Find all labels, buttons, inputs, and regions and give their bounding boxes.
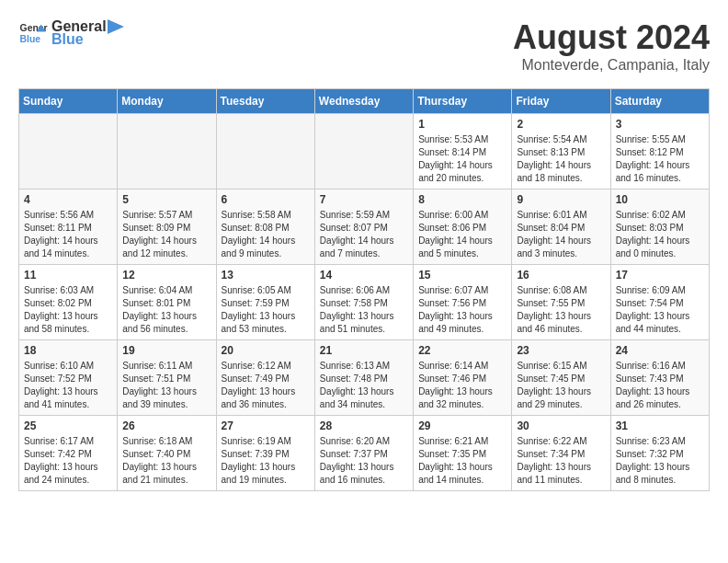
calendar-cell: 10Sunrise: 6:02 AM Sunset: 8:03 PM Dayli… xyxy=(610,190,709,265)
calendar-cell: 26Sunrise: 6:18 AM Sunset: 7:40 PM Dayli… xyxy=(118,416,216,491)
calendar-cell: 13Sunrise: 6:05 AM Sunset: 7:59 PM Dayli… xyxy=(216,265,314,340)
day-number: 21 xyxy=(320,344,408,357)
day-info: Sunrise: 6:22 AM Sunset: 7:34 PM Dayligh… xyxy=(517,435,605,487)
svg-text:Blue: Blue xyxy=(20,34,41,44)
column-header-saturday: Saturday xyxy=(610,89,709,114)
day-number: 17 xyxy=(616,269,704,282)
day-number: 24 xyxy=(616,344,704,357)
calendar-cell: 14Sunrise: 6:06 AM Sunset: 7:58 PM Dayli… xyxy=(314,265,413,340)
calendar-cell: 8Sunrise: 6:00 AM Sunset: 8:06 PM Daylig… xyxy=(414,190,512,265)
calendar-cell: 11Sunrise: 6:03 AM Sunset: 8:02 PM Dayli… xyxy=(19,265,118,340)
day-info: Sunrise: 6:09 AM Sunset: 7:54 PM Dayligh… xyxy=(616,284,704,336)
calendar-cell: 15Sunrise: 6:07 AM Sunset: 7:56 PM Dayli… xyxy=(414,265,512,340)
calendar-cell xyxy=(19,114,118,190)
day-number: 4 xyxy=(24,193,112,206)
calendar-header-row: SundayMondayTuesdayWednesdayThursdayFrid… xyxy=(19,89,710,114)
calendar-cell: 31Sunrise: 6:23 AM Sunset: 7:32 PM Dayli… xyxy=(610,416,709,491)
month-year-title: August 2024 xyxy=(513,18,710,57)
day-info: Sunrise: 5:57 AM Sunset: 8:09 PM Dayligh… xyxy=(122,209,210,260)
day-number: 26 xyxy=(122,419,210,432)
day-number: 13 xyxy=(222,269,310,282)
day-number: 7 xyxy=(320,193,408,206)
day-number: 28 xyxy=(320,419,408,432)
column-header-thursday: Thursday xyxy=(414,89,512,114)
calendar-cell: 28Sunrise: 6:20 AM Sunset: 7:37 PM Dayli… xyxy=(314,416,413,491)
day-info: Sunrise: 6:15 AM Sunset: 7:45 PM Dayligh… xyxy=(517,360,605,411)
day-number: 22 xyxy=(418,344,506,357)
column-header-sunday: Sunday xyxy=(19,89,118,114)
calendar-week-row: 4Sunrise: 5:56 AM Sunset: 8:11 PM Daylig… xyxy=(19,190,710,265)
svg-marker-3 xyxy=(108,19,124,34)
calendar-week-row: 25Sunrise: 6:17 AM Sunset: 7:42 PM Dayli… xyxy=(19,416,710,491)
day-number: 18 xyxy=(24,344,112,357)
calendar-week-row: 18Sunrise: 6:10 AM Sunset: 7:52 PM Dayli… xyxy=(19,340,710,416)
calendar-cell: 30Sunrise: 6:22 AM Sunset: 7:34 PM Dayli… xyxy=(512,416,610,491)
day-info: Sunrise: 6:10 AM Sunset: 7:52 PM Dayligh… xyxy=(24,360,112,411)
day-number: 27 xyxy=(222,419,310,432)
column-header-wednesday: Wednesday xyxy=(314,89,413,114)
day-info: Sunrise: 6:00 AM Sunset: 8:06 PM Dayligh… xyxy=(418,209,506,260)
calendar-cell: 20Sunrise: 6:12 AM Sunset: 7:49 PM Dayli… xyxy=(216,340,314,416)
day-info: Sunrise: 6:20 AM Sunset: 7:37 PM Dayligh… xyxy=(320,435,408,487)
day-number: 12 xyxy=(122,269,210,282)
logo: General Blue General Blue xyxy=(18,18,125,48)
day-info: Sunrise: 6:14 AM Sunset: 7:46 PM Dayligh… xyxy=(418,360,506,411)
page-header: General Blue General Blue August 2024 Mo… xyxy=(18,18,710,74)
calendar-cell: 25Sunrise: 6:17 AM Sunset: 7:42 PM Dayli… xyxy=(19,416,118,491)
day-number: 11 xyxy=(24,269,112,282)
calendar-cell: 7Sunrise: 5:59 AM Sunset: 8:07 PM Daylig… xyxy=(314,190,413,265)
day-number: 9 xyxy=(517,193,605,206)
calendar-cell: 23Sunrise: 6:15 AM Sunset: 7:45 PM Dayli… xyxy=(512,340,610,416)
calendar-cell xyxy=(314,114,413,190)
day-info: Sunrise: 6:04 AM Sunset: 8:01 PM Dayligh… xyxy=(122,284,210,336)
day-info: Sunrise: 6:23 AM Sunset: 7:32 PM Dayligh… xyxy=(616,435,704,487)
day-number: 15 xyxy=(418,269,506,282)
day-number: 25 xyxy=(24,419,112,432)
column-header-monday: Monday xyxy=(118,89,216,114)
calendar-cell: 9Sunrise: 6:01 AM Sunset: 8:04 PM Daylig… xyxy=(512,190,610,265)
day-info: Sunrise: 5:58 AM Sunset: 8:08 PM Dayligh… xyxy=(222,209,310,260)
day-number: 16 xyxy=(517,269,605,282)
calendar-cell xyxy=(216,114,314,190)
column-header-tuesday: Tuesday xyxy=(216,89,314,114)
day-number: 2 xyxy=(517,118,605,131)
day-info: Sunrise: 6:18 AM Sunset: 7:40 PM Dayligh… xyxy=(122,435,210,487)
day-number: 30 xyxy=(517,419,605,432)
calendar-week-row: 11Sunrise: 6:03 AM Sunset: 8:02 PM Dayli… xyxy=(19,265,710,340)
calendar-table: SundayMondayTuesdayWednesdayThursdayFrid… xyxy=(18,88,710,491)
day-number: 20 xyxy=(222,344,310,357)
day-number: 3 xyxy=(616,118,704,131)
column-header-friday: Friday xyxy=(512,89,610,114)
calendar-cell: 21Sunrise: 6:13 AM Sunset: 7:48 PM Dayli… xyxy=(314,340,413,416)
calendar-cell: 24Sunrise: 6:16 AM Sunset: 7:43 PM Dayli… xyxy=(610,340,709,416)
day-info: Sunrise: 6:03 AM Sunset: 8:02 PM Dayligh… xyxy=(24,284,112,336)
day-info: Sunrise: 6:11 AM Sunset: 7:51 PM Dayligh… xyxy=(122,360,210,411)
day-number: 6 xyxy=(222,193,310,206)
day-number: 1 xyxy=(418,118,506,131)
calendar-week-row: 1Sunrise: 5:53 AM Sunset: 8:14 PM Daylig… xyxy=(19,114,710,190)
day-info: Sunrise: 5:53 AM Sunset: 8:14 PM Dayligh… xyxy=(418,133,506,185)
day-info: Sunrise: 6:13 AM Sunset: 7:48 PM Dayligh… xyxy=(320,360,408,411)
day-number: 5 xyxy=(122,193,210,206)
day-info: Sunrise: 5:56 AM Sunset: 8:11 PM Dayligh… xyxy=(24,209,112,260)
calendar-cell: 3Sunrise: 5:55 AM Sunset: 8:12 PM Daylig… xyxy=(610,114,709,190)
day-info: Sunrise: 6:08 AM Sunset: 7:55 PM Dayligh… xyxy=(517,284,605,336)
logo-icon: General Blue xyxy=(18,18,48,48)
day-info: Sunrise: 5:55 AM Sunset: 8:12 PM Dayligh… xyxy=(616,133,704,185)
logo-arrow-icon xyxy=(108,19,124,34)
calendar-cell: 4Sunrise: 5:56 AM Sunset: 8:11 PM Daylig… xyxy=(19,190,118,265)
day-info: Sunrise: 6:05 AM Sunset: 7:59 PM Dayligh… xyxy=(222,284,310,336)
location-subtitle: Monteverde, Campania, Italy xyxy=(513,57,710,74)
calendar-cell: 27Sunrise: 6:19 AM Sunset: 7:39 PM Dayli… xyxy=(216,416,314,491)
day-info: Sunrise: 6:16 AM Sunset: 7:43 PM Dayligh… xyxy=(616,360,704,411)
day-info: Sunrise: 6:17 AM Sunset: 7:42 PM Dayligh… xyxy=(24,435,112,487)
title-block: August 2024 Monteverde, Campania, Italy xyxy=(513,18,710,74)
calendar-cell: 17Sunrise: 6:09 AM Sunset: 7:54 PM Dayli… xyxy=(610,265,709,340)
calendar-cell: 2Sunrise: 5:54 AM Sunset: 8:13 PM Daylig… xyxy=(512,114,610,190)
day-number: 19 xyxy=(122,344,210,357)
day-number: 29 xyxy=(418,419,506,432)
calendar-cell: 18Sunrise: 6:10 AM Sunset: 7:52 PM Dayli… xyxy=(19,340,118,416)
calendar-cell: 19Sunrise: 6:11 AM Sunset: 7:51 PM Dayli… xyxy=(118,340,216,416)
day-info: Sunrise: 6:01 AM Sunset: 8:04 PM Dayligh… xyxy=(517,209,605,260)
calendar-cell xyxy=(118,114,216,190)
